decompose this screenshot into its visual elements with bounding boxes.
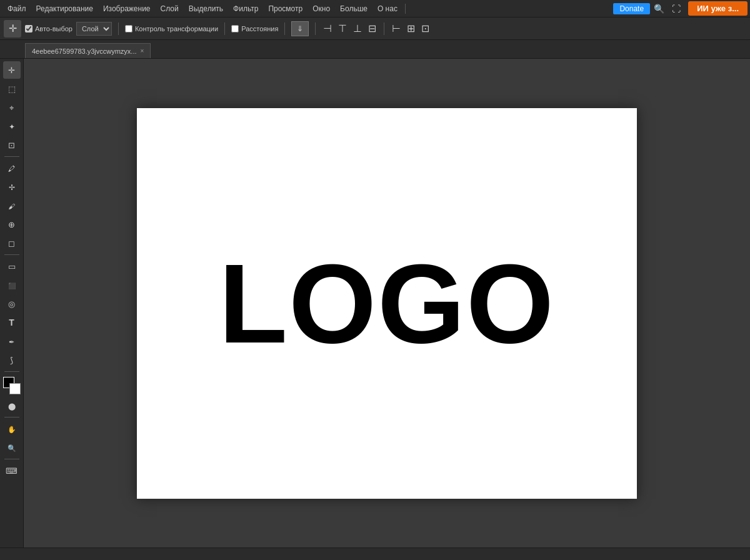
canvas-area: LOGO	[24, 59, 750, 548]
apply-button[interactable]: ⇓	[291, 21, 309, 36]
options-sep-2	[224, 22, 225, 35]
fullscreen-icon[interactable]: ⛶	[668, 2, 684, 15]
menu-file[interactable]: Файл	[2, 3, 31, 14]
heal-icon	[9, 182, 15, 192]
tool-clone[interactable]	[3, 216, 21, 233]
distance-label[interactable]: Расстояния	[231, 25, 278, 32]
options-bar: ✛ Авто-выбор Слой Контроль трансформации…	[0, 18, 750, 40]
background-color[interactable]	[9, 383, 21, 394]
options-sep-3	[284, 22, 285, 35]
align-center-h-icon[interactable]: ⊤	[337, 22, 348, 34]
tool-blur[interactable]	[3, 295, 21, 312]
distribute-v-icon[interactable]: ⊞	[406, 22, 416, 34]
menu-select[interactable]: Выделить	[184, 3, 228, 14]
menu-more[interactable]: Больше	[335, 3, 372, 14]
path-select-icon	[10, 355, 13, 365]
lasso-icon	[9, 102, 14, 113]
magic-wand-icon	[9, 121, 15, 131]
tool-sep-2	[4, 254, 19, 255]
transform-label[interactable]: Контроль трансформации	[125, 25, 218, 32]
clone-stamp-icon	[8, 219, 15, 229]
pen-tool-icon	[9, 336, 14, 346]
mask-icon	[8, 401, 16, 411]
color-swatches[interactable]	[3, 377, 21, 394]
tool-sep-3	[4, 371, 19, 372]
fill-bucket-icon	[8, 280, 16, 290]
move-icon	[8, 65, 15, 75]
distribute-h-icon[interactable]: ⊢	[391, 22, 402, 34]
tool-sep-5	[4, 459, 19, 459]
tab-bar: 4eebee67599783.y3jvccwymzyx... ×	[0, 40, 750, 59]
align-right-icon[interactable]: ⊥	[352, 22, 363, 34]
options-move-icon: ✛	[4, 20, 21, 38]
tool-mask[interactable]	[3, 397, 21, 414]
tool-text[interactable]	[3, 314, 21, 331]
tool-keyboard[interactable]	[3, 462, 21, 479]
menu-image[interactable]: Изображение	[98, 3, 156, 14]
canvas-logo-text: LOGO	[219, 239, 555, 368]
eraser-icon	[8, 238, 15, 248]
transform-checkbox[interactable]	[125, 25, 132, 32]
left-toolbar	[0, 59, 24, 548]
tool-select-rect[interactable]	[3, 80, 21, 98]
menu-separator	[405, 4, 406, 14]
menu-window[interactable]: Окно	[308, 3, 335, 14]
options-sep-1	[118, 22, 119, 35]
options-sep-5	[384, 22, 384, 35]
tool-sep-1	[4, 156, 19, 157]
select-rect-icon	[8, 84, 16, 94]
tool-rect-shape[interactable]	[3, 258, 21, 275]
rect-shape-icon	[8, 261, 16, 271]
tool-path-select[interactable]	[3, 351, 21, 369]
auto-select-label[interactable]: Авто-выбор	[25, 25, 72, 32]
align-top-icon[interactable]: ⊟	[367, 22, 378, 34]
tool-heal[interactable]	[3, 178, 21, 196]
search-icon[interactable]: 🔍	[650, 2, 668, 15]
hand-tool-icon	[8, 424, 16, 434]
menu-edit[interactable]: Редактирование	[31, 3, 98, 14]
tool-magic-wand[interactable]	[3, 118, 21, 135]
main-area: LOGO	[0, 59, 750, 548]
tool-lasso[interactable]	[3, 99, 21, 116]
menu-layer[interactable]: Слой	[156, 3, 184, 14]
distance-checkbox[interactable]	[231, 25, 239, 32]
bottom-bar	[0, 548, 750, 560]
tool-pen[interactable]	[3, 332, 21, 350]
layer-select[interactable]: Слой	[76, 22, 112, 36]
tab-close-button[interactable]: ×	[141, 48, 144, 54]
text-tool-icon	[9, 318, 14, 328]
tool-eyedropper[interactable]	[3, 159, 21, 177]
tab-filename: 4eebee67599783.y3jvccwymzyx...	[32, 48, 137, 55]
ai-button[interactable]: ИИ уже з...	[688, 1, 748, 16]
tool-fill[interactable]	[3, 276, 21, 294]
tool-eraser[interactable]	[3, 234, 21, 252]
menu-view[interactable]: Просмотр	[263, 3, 308, 14]
blur-icon	[8, 299, 15, 309]
auto-select-checkbox[interactable]	[25, 25, 32, 32]
zoom-tool-icon	[8, 442, 16, 452]
keyboard-icon	[6, 466, 18, 476]
tool-move[interactable]	[3, 61, 21, 79]
donate-button[interactable]: Donate	[613, 3, 650, 14]
crop-icon	[8, 140, 15, 150]
canvas-document: LOGO	[137, 108, 637, 499]
options-sep-4	[315, 22, 316, 35]
eyedropper-icon	[8, 163, 15, 173]
document-tab[interactable]: 4eebee67599783.y3jvccwymzyx... ×	[25, 43, 151, 58]
tool-brush[interactable]	[3, 197, 21, 214]
tool-sep-4	[4, 417, 19, 418]
menu-about[interactable]: О нас	[372, 3, 402, 14]
tool-hand[interactable]	[3, 420, 21, 438]
align-left-icon[interactable]: ⊣	[322, 22, 333, 34]
menu-bar: Файл Редактирование Изображение Слой Выд…	[0, 0, 750, 18]
tool-zoom[interactable]	[3, 439, 21, 456]
brush-icon	[8, 201, 15, 211]
distribute-end-icon[interactable]: ⊡	[420, 22, 431, 34]
tool-crop[interactable]	[3, 136, 21, 154]
menu-filter[interactable]: Фильтр	[228, 3, 263, 14]
